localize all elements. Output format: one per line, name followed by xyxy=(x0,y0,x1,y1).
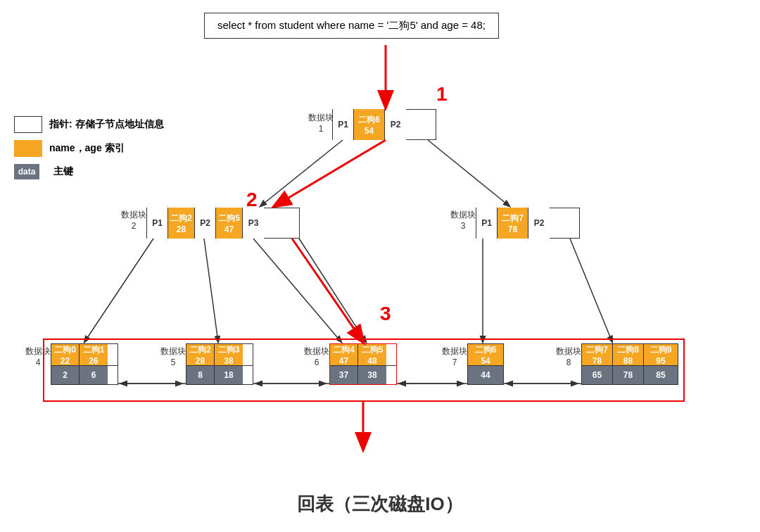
legend-pk-label: 主键 xyxy=(53,165,73,178)
leaf5-block: 数据块8 xyxy=(556,346,581,368)
leaf2-d1: 8 xyxy=(186,366,215,384)
ml-k1: 二狗2 28 xyxy=(168,208,195,239)
leaf5-k2: 二狗8 88 xyxy=(613,344,644,365)
ml-p3: P3 xyxy=(243,208,264,239)
midleft-node: P1 二狗2 28 P2 二狗5 47 P3 xyxy=(146,208,300,239)
legend-pointer-label: 指针: 存储子节点地址信息 xyxy=(49,118,164,131)
svg-line-1 xyxy=(260,140,343,206)
leaf4-k1: 二狗6 54 xyxy=(468,344,503,365)
leaf3-k1: 二狗4 47 xyxy=(330,344,358,365)
mr-p1: P1 xyxy=(476,208,498,239)
svg-line-3 xyxy=(274,140,386,206)
leaf5-k1: 二狗7 78 xyxy=(582,344,613,365)
legend: 指针: 存储子节点地址信息 name，age 索引 data 主键 xyxy=(14,116,164,186)
leaf1-node: 二狗0 22 二狗1 26 2 6 xyxy=(51,343,118,385)
leaf3-k2: 二狗5 48 xyxy=(358,344,386,365)
mr-p2: P2 xyxy=(528,208,550,239)
legend-pk: data 主键 xyxy=(14,164,164,179)
leaf5-k3: 二狗9 95 xyxy=(644,344,678,365)
leaf1-d2: 6 xyxy=(80,366,108,384)
step3-label: 3 xyxy=(380,303,391,325)
midleft-block-label: 数据块2 xyxy=(121,210,146,232)
sql-text: select * from student where name = '二狗5'… xyxy=(217,19,486,31)
legend-pk-box: data xyxy=(14,164,39,179)
root-p2: P2 xyxy=(385,109,406,140)
ml-p1: P1 xyxy=(147,208,168,239)
ml-k2: 二狗5 47 xyxy=(216,208,243,239)
mr-k1: 二狗7 78 xyxy=(498,208,528,239)
leaf4-node: 二狗6 54 44 xyxy=(467,343,504,385)
legend-pointer: 指针: 存储子节点地址信息 xyxy=(14,116,164,133)
leaf2-d2: 18 xyxy=(215,366,243,384)
root-p1: P1 xyxy=(333,109,354,140)
leaf3-d1: 37 xyxy=(330,366,358,384)
leaf4-block: 数据块7 xyxy=(442,346,467,368)
leaf2-block: 数据块5 xyxy=(160,346,186,368)
svg-line-4 xyxy=(84,239,153,342)
leaf5-node: 二狗7 78 二狗8 88 二狗9 95 65 78 85 xyxy=(581,343,678,385)
svg-line-10 xyxy=(570,239,612,342)
leaf3-node: 二狗4 47 二狗5 48 37 38 xyxy=(329,343,397,385)
svg-line-6 xyxy=(253,239,341,342)
legend-index-label: name，age 索引 xyxy=(49,142,125,155)
leaf1-block: 数据块4 xyxy=(25,346,51,368)
leaf2-k2: 二狗3 38 xyxy=(215,344,243,365)
midright-block-label: 数据块3 xyxy=(450,210,476,232)
leaf1-k2: 二狗1 26 xyxy=(80,344,108,365)
canvas: select * from student where name = '二狗5'… xyxy=(0,0,760,532)
arrows-svg xyxy=(0,0,760,532)
leaf3-block: 数据块6 xyxy=(304,346,329,368)
legend-index: name，age 索引 xyxy=(14,140,164,157)
leaf1-k1: 二狗0 22 xyxy=(51,344,80,365)
leaf2-k1: 二狗2 28 xyxy=(186,344,215,365)
svg-line-7 xyxy=(299,239,366,342)
leaf5-d1: 65 xyxy=(582,366,613,384)
step1-label: 1 xyxy=(436,83,448,106)
root-node: P1 二狗6 54 P2 xyxy=(332,109,436,140)
svg-line-2 xyxy=(428,140,509,206)
bottom-text: 回表（三次磁盘IO） xyxy=(0,492,760,517)
sql-box: select * from student where name = '二狗5'… xyxy=(204,13,499,39)
leaf5-d2: 78 xyxy=(613,366,644,384)
ml-p2: P2 xyxy=(195,208,216,239)
legend-pointer-box xyxy=(14,116,42,133)
leaf2-node: 二狗2 28 二狗3 38 8 18 xyxy=(186,343,253,385)
root-block-label: 数据块1 xyxy=(308,113,334,134)
leaf4-d1: 44 xyxy=(468,366,503,384)
svg-line-5 xyxy=(204,239,218,342)
svg-line-8 xyxy=(292,239,363,342)
root-key: 二狗6 54 xyxy=(354,109,385,140)
legend-index-box xyxy=(14,140,42,157)
midright-node: P1 二狗7 78 P2 xyxy=(476,208,580,239)
leaf1-d1: 2 xyxy=(51,366,80,384)
leaf3-d2: 38 xyxy=(358,366,386,384)
leaf5-d3: 85 xyxy=(644,366,678,384)
